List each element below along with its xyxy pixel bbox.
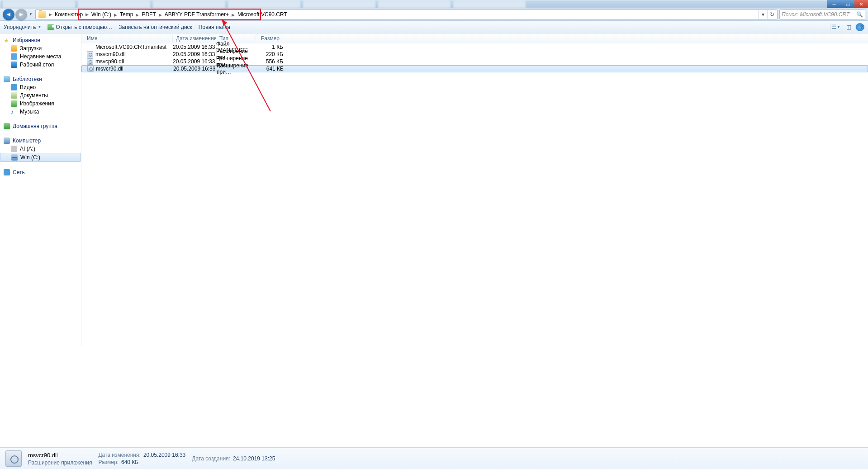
- sidebar-item[interactable]: AI (A:): [0, 145, 81, 153]
- column-headers: Имя Дата изменения Тип Размер: [81, 33, 868, 43]
- folder-icon: [38, 11, 46, 18]
- i-desktop-icon: [11, 62, 17, 68]
- file-type: Расширение при…: [217, 62, 256, 75]
- address-bar[interactable]: ▶ Компьютер ▶ Win (C:)▶Temp▶PDFT▶ABBYY P…: [35, 9, 778, 19]
- file-icon: [87, 66, 94, 72]
- back-button[interactable]: ◄: [3, 9, 14, 20]
- column-name[interactable]: Имя: [81, 35, 173, 42]
- sidebar-item[interactable]: ♪Музыка: [0, 108, 81, 116]
- file-list-pane: Имя Дата изменения Тип Размер Microsoft.…: [81, 33, 868, 346]
- sidebar-libraries-header[interactable]: Библиотеки: [0, 75, 81, 83]
- sidebar-item[interactable]: Рабочий стол: [0, 61, 81, 69]
- open-with-icon: [47, 24, 54, 30]
- i-doc-icon: [11, 92, 17, 99]
- file-date: 20.05.2009 16:33: [173, 51, 216, 57]
- sidebar-computer-header[interactable]: Компьютер: [0, 137, 81, 145]
- help-button[interactable]: ?: [855, 23, 864, 31]
- file-row[interactable]: msvcr90.dll20.05.2009 16:33Расширение пр…: [81, 65, 868, 72]
- crumb-segment[interactable]: Temp: [119, 11, 134, 18]
- sidebar-item-label: AI (A:): [20, 146, 35, 152]
- file-name: Microsoft.VC90.CRT.manifest: [95, 44, 166, 50]
- new-folder-button[interactable]: Новая папка: [199, 24, 230, 30]
- column-date[interactable]: Дата изменения: [173, 35, 216, 42]
- sidebar-item-label: Музыка: [20, 109, 39, 115]
- sidebar-item-label: Изображения: [20, 100, 54, 107]
- chevron-right-icon[interactable]: ▶: [157, 13, 163, 17]
- file-size: 556 КБ: [256, 58, 283, 65]
- sidebar-item[interactable]: Загрузки: [0, 44, 81, 52]
- view-options-button[interactable]: ☰ ▼: [830, 23, 839, 31]
- computer-icon: [4, 137, 10, 144]
- file-row[interactable]: msvcp90.dll20.05.2009 16:33Расширение пр…: [81, 58, 868, 65]
- file-row[interactable]: msvcm90.dll20.05.2009 16:33Расширение пр…: [81, 51, 868, 58]
- sidebar-item[interactable]: Изображения: [0, 99, 81, 108]
- details-filetype: Расширение приложения: [28, 460, 92, 466]
- command-bar: Упорядочить▼ Открыть с помощью… Записать…: [0, 21, 868, 33]
- preview-pane-button[interactable]: ◫: [843, 23, 852, 31]
- details-filename: msvcr90.dll: [28, 452, 92, 459]
- chevron-right-icon[interactable]: ▶: [230, 13, 236, 17]
- chevron-right-icon[interactable]: ▶: [84, 12, 90, 17]
- file-name: msvcr90.dll: [96, 66, 123, 72]
- i-driveA-icon: [11, 146, 17, 152]
- navigation-pane: ★Избранное ЗагрузкиНедавние местаРабочий…: [0, 33, 81, 346]
- file-date: 20.05.2009 16:33: [173, 58, 216, 65]
- libraries-icon: [4, 76, 10, 82]
- window-controls: ─ ▭ ✕: [827, 0, 868, 8]
- close-button[interactable]: ✕: [854, 0, 868, 8]
- crumb-segment[interactable]: Win (C:): [90, 11, 113, 18]
- burn-button[interactable]: Записать на оптический диск: [119, 24, 192, 30]
- file-name: msvcm90.dll: [95, 51, 126, 57]
- crumb-segment[interactable]: PDFT: [140, 11, 157, 18]
- file-date: 20.05.2009 16:33: [173, 44, 216, 50]
- background-browser-tabs: [0, 0, 868, 8]
- sidebar-item[interactable]: Видео: [0, 83, 81, 91]
- file-row[interactable]: Microsoft.VC90.CRT.manifest20.05.2009 16…: [81, 43, 868, 51]
- chevron-right-icon[interactable]: ▶: [134, 13, 140, 17]
- star-icon: ★: [4, 37, 10, 43]
- organize-menu[interactable]: Упорядочить▼: [4, 24, 41, 30]
- sidebar-item-label: Загрузки: [20, 45, 42, 52]
- address-dropdown-button[interactable]: ▾: [758, 10, 767, 19]
- file-icon: [87, 44, 93, 50]
- search-box[interactable]: Поиск: Microsoft.VC90.CRT 🔍: [779, 9, 865, 19]
- sidebar-item-label: Рабочий стол: [20, 62, 54, 68]
- sidebar-item-label: Win (C:): [20, 154, 40, 161]
- forward-button[interactable]: ►: [15, 9, 27, 20]
- sidebar-item[interactable]: Документы: [0, 91, 81, 99]
- sidebar-homegroup-header[interactable]: Домашняя группа: [0, 122, 81, 130]
- file-size: 1 КБ: [256, 44, 283, 50]
- crumb-segment[interactable]: Microsoft.VC90.CRT: [236, 11, 289, 18]
- history-dropdown[interactable]: ▼: [28, 12, 33, 16]
- sidebar-item-label: Недавние места: [20, 53, 61, 60]
- column-size[interactable]: Размер: [256, 35, 283, 42]
- file-size: 641 КБ: [256, 66, 284, 72]
- network-icon: [4, 169, 10, 175]
- sidebar-network-header[interactable]: Сеть: [0, 168, 81, 176]
- i-video-icon: [11, 84, 17, 90]
- search-placeholder: Поиск: Microsoft.VC90.CRT: [782, 11, 849, 18]
- crumb-segment[interactable]: ABBYY PDF Transformer+: [163, 11, 230, 18]
- open-with-button[interactable]: Открыть с помощью…: [47, 24, 112, 30]
- maximize-button[interactable]: ▭: [841, 0, 854, 8]
- chevron-right-icon[interactable]: ▶: [113, 13, 119, 17]
- file-date: 20.05.2009 16:33: [173, 66, 217, 72]
- i-driveC-icon: [11, 154, 18, 161]
- nav-bar: ◄ ► ▼ ▶ Компьютер ▶ Win (C:)▶Temp▶PDFT▶A…: [0, 8, 868, 21]
- i-img-icon: [11, 100, 17, 107]
- sidebar-favorites-header[interactable]: ★Избранное: [0, 36, 81, 44]
- file-icon: [87, 51, 93, 57]
- crumb-computer[interactable]: Компьютер: [53, 11, 84, 18]
- homegroup-icon: [4, 123, 10, 129]
- file-size: 220 КБ: [256, 51, 283, 57]
- sidebar-item[interactable]: Win (C:): [0, 153, 81, 162]
- minimize-button[interactable]: ─: [827, 0, 841, 8]
- i-dl-icon: [11, 45, 17, 52]
- chevron-right-icon[interactable]: ▶: [47, 12, 53, 17]
- refresh-button[interactable]: ↻: [767, 10, 776, 19]
- sidebar-item[interactable]: Недавние места: [0, 52, 81, 61]
- search-icon[interactable]: 🔍: [856, 11, 863, 18]
- file-icon: [87, 58, 93, 65]
- file-name: msvcp90.dll: [95, 58, 124, 65]
- sidebar-item-label: Видео: [20, 84, 36, 90]
